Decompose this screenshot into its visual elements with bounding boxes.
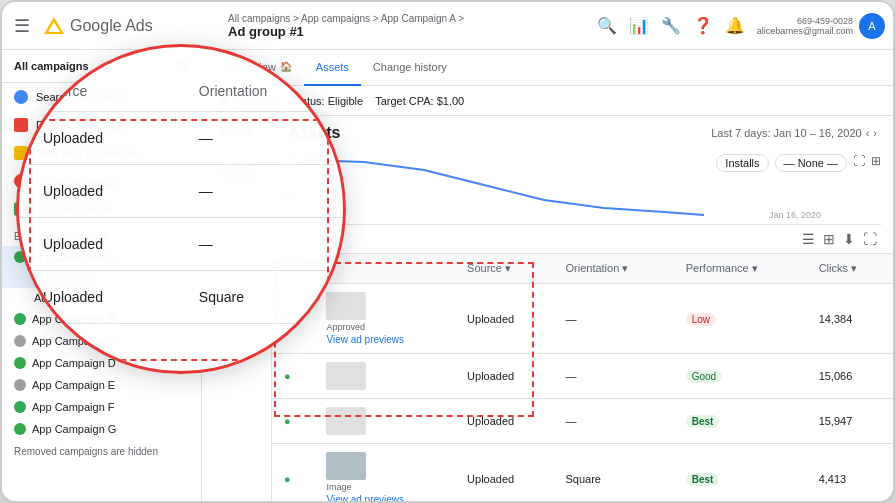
row-performance-3: Best <box>674 399 807 444</box>
asset-link-1[interactable]: View ad previews <box>326 334 443 345</box>
row-status-dot: ● <box>272 284 314 354</box>
sidebar-item-search[interactable]: Search campaigns <box>2 83 201 111</box>
perf-badge-best: Best <box>686 415 720 428</box>
campaign-label-e: App Campaign E <box>32 379 115 391</box>
hamburger-icon[interactable]: ☰ <box>10 11 34 41</box>
sidebar-campaign-app-c[interactable]: App Campaign C <box>2 330 201 352</box>
top-bar: ☰ Google Ads All campaigns > App campaig… <box>2 2 893 50</box>
left-panel-assets[interactable]: Assets <box>202 116 271 148</box>
assets-area: Assets Change history Assets Last 7 days… <box>202 116 893 501</box>
help-icon[interactable]: ❓ <box>693 16 713 35</box>
avatar[interactable]: A <box>859 13 885 39</box>
list-view-icon[interactable]: ☰ <box>802 231 815 247</box>
sidebar-footer: Removed campaigns are hidden <box>2 440 201 463</box>
chevron-left-icon[interactable]: ‹ <box>866 127 870 139</box>
asset-link-4[interactable]: View ad previews <box>326 494 443 501</box>
download-icon[interactable]: ⬇ <box>843 231 855 247</box>
sidebar-item-shopping[interactable]: Shopping campaigns <box>2 139 201 167</box>
display-campaigns-icon <box>14 118 28 132</box>
left-panel-change-history[interactable]: Change history <box>202 148 271 191</box>
campaign-label-d: App Campaign D <box>32 357 116 369</box>
expand-chart-icon[interactable]: ⛶ <box>853 154 865 172</box>
top-bar-right: 🔍 📊 🔧 ❓ 🔔 669-459-0028 alicebarnes@gmail… <box>597 13 885 39</box>
campaign-icon-e <box>14 379 26 391</box>
sidebar-campaign-app-g[interactable]: App Campaign G <box>2 418 201 440</box>
table-row: ● Uploaded — Good 15,066 <box>272 354 893 399</box>
col-source[interactable]: Source ▾ <box>455 254 553 284</box>
sidebar-item-app[interactable]: App campaigns <box>2 195 201 223</box>
left-panel: Assets Change history <box>202 116 272 501</box>
row-thumb <box>314 399 455 444</box>
col-orientation[interactable]: Orientation ▾ <box>553 254 673 284</box>
grid-view-icon[interactable]: ⊞ <box>823 231 835 247</box>
date-picker[interactable]: Last 7 days: Jan 10 – 16, 2020 ‹ › <box>711 127 877 139</box>
fullscreen-icon[interactable]: ⛶ <box>863 231 877 247</box>
video-campaigns-icon <box>14 174 28 188</box>
campaign-label-c: App Campaign C <box>32 335 116 347</box>
row-orientation-4: Square <box>553 444 673 502</box>
row-status-dot: ● <box>272 444 314 502</box>
sidebar-campaign-app-f[interactable]: App Campaign F <box>2 396 201 418</box>
asset-thumbnail <box>326 407 366 435</box>
status-bar: Enabled Status: Eligible Target CPA: $1.… <box>202 86 893 116</box>
row-source-3: Uploaded <box>455 399 553 444</box>
tab-overview[interactable]: Overview 🏠 <box>218 50 304 86</box>
sidebar-campaign-app-a[interactable]: App Campaign A <box>2 246 201 268</box>
perf-badge-low: Low <box>686 313 716 326</box>
asset-thumbnail <box>326 362 366 390</box>
none-filter[interactable]: — None — <box>775 154 847 172</box>
assets-title: Assets <box>288 124 340 142</box>
top-bar-left: ☰ Google Ads <box>10 11 220 41</box>
reports-icon[interactable]: 📊 <box>629 16 649 35</box>
search-icon[interactable]: 🔍 <box>597 16 617 35</box>
sidebar-item-display[interactable]: Display campaigns <box>2 111 201 139</box>
perf-badge-good: Good <box>686 370 722 383</box>
col-clicks[interactable]: Clicks ▾ <box>807 254 893 284</box>
notifications-icon[interactable]: 🔔 <box>725 16 745 35</box>
sidebar-adgroup-1[interactable]: Ad group #1 <box>2 268 201 288</box>
home-icon: 🏠 <box>280 61 292 72</box>
row-clicks-4: 4,413 <box>807 444 893 502</box>
logo-text: Google Ads <box>70 17 153 35</box>
sidebar-adgroup-2[interactable]: Ad group #2 <box>2 288 201 308</box>
campaign-icon-b <box>14 313 26 325</box>
sidebar: All campaigns ⚙ Search campaigns Display… <box>2 50 202 501</box>
col-performance[interactable]: Performance ▾ <box>674 254 807 284</box>
sidebar-item-video-label: Video campaigns <box>36 175 120 187</box>
row-performance-2: Good <box>674 354 807 399</box>
sidebar-settings-icon[interactable]: ⚙ <box>176 58 189 74</box>
campaign-icon-a <box>14 251 26 263</box>
sidebar-campaign-app-d[interactable]: App Campaign D <box>2 352 201 374</box>
sidebar-item-video[interactable]: Video campaigns <box>2 167 201 195</box>
row-performance-4: Best <box>674 444 807 502</box>
user-info: 669-459-0028 alicebarnes@gmail.com A <box>757 13 885 39</box>
campaign-label-b: App Campaign B <box>32 313 115 325</box>
assets-header: Assets Last 7 days: Jan 10 – 16, 2020 ‹ … <box>272 116 893 150</box>
campaign-label-a: App Campaign A <box>32 251 115 263</box>
sidebar-campaign-app-b[interactable]: App Campaign B <box>2 308 201 330</box>
target-cpa: Target CPA: $1.00 <box>375 95 464 107</box>
row-clicks-3: 15,947 <box>807 399 893 444</box>
tab-assets[interactable]: Assets <box>304 50 361 86</box>
row-source-4: Uploaded <box>455 444 553 502</box>
chevron-right-icon[interactable]: › <box>873 127 877 139</box>
campaign-label-g: App Campaign G <box>32 423 116 435</box>
campaign-label-f: App Campaign F <box>32 401 115 413</box>
chart-area: 120 60 Jan 16, 2020 Installs — None — ⛶ <box>284 150 881 225</box>
adgroup-2-label: Ad group #2 <box>34 292 94 304</box>
main-layout: All campaigns ⚙ Search campaigns Display… <box>2 50 893 501</box>
table-row: ● Approved View ad previews <box>272 284 893 354</box>
google-ads-logo: Google Ads <box>42 16 153 36</box>
tools-icon[interactable]: 🔧 <box>661 16 681 35</box>
google-ads-icon <box>42 16 66 36</box>
settings-chart-icon[interactable]: ⊞ <box>871 154 881 172</box>
row-source-2: Uploaded <box>455 354 553 399</box>
sidebar-campaign-app-e[interactable]: App Campaign E <box>2 374 201 396</box>
row-thumb <box>314 354 455 399</box>
date-range-label: Last 7 days: Jan 10 – 16, 2020 <box>711 127 861 139</box>
installs-filter[interactable]: Installs <box>716 154 768 172</box>
row-orientation-3: — <box>553 399 673 444</box>
table-area: Source ▾ Orientation ▾ Performance ▾ Cli… <box>272 254 893 501</box>
phone-number: 669-459-0028 <box>797 16 853 26</box>
tab-change-history[interactable]: Change history <box>361 50 459 86</box>
